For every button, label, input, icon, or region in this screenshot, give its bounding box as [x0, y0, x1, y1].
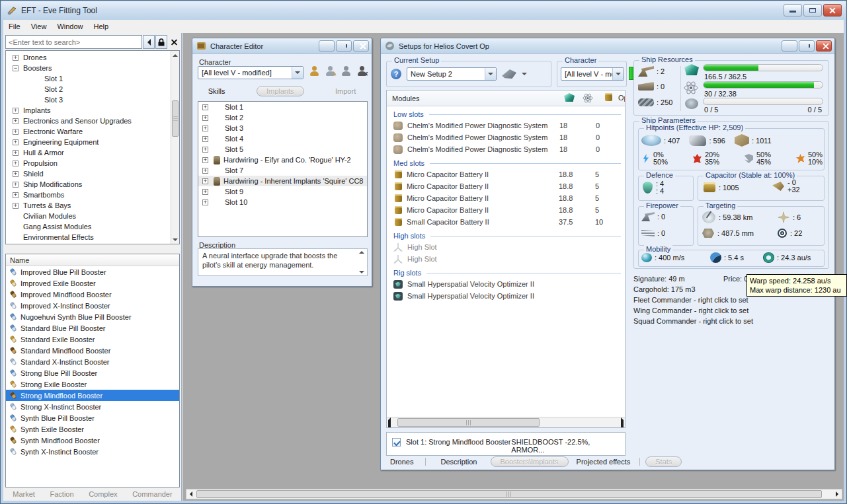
- booster-list-item[interactable]: Strong Blue Pill Booster: [6, 367, 179, 378]
- tree-expander-icon[interactable]: [13, 65, 19, 71]
- implant-slot-row[interactable]: Hardwiring - Eifyr and Co. 'Rogue' HY-2: [198, 155, 367, 165]
- tree-item[interactable]: Hull & Armor: [7, 147, 170, 158]
- scroll-up-icon[interactable]: [171, 51, 179, 59]
- booster-list-item[interactable]: Standard Mindflood Booster: [6, 345, 179, 356]
- minimize-button[interactable]: [784, 4, 802, 17]
- close-button[interactable]: [353, 40, 369, 52]
- character-editor-titlebar[interactable]: Character Editor: [192, 38, 372, 54]
- booster-list-item[interactable]: Improved Blue Pill Booster: [6, 266, 179, 277]
- scrollbar-thumb[interactable]: [196, 490, 822, 498]
- tab-faction[interactable]: Faction: [50, 490, 73, 498]
- implant-slot-row[interactable]: Hardwiring - Inherent Implants 'Squire' …: [198, 176, 367, 186]
- module-row[interactable]: Micro Capacitor Battery II 18.8 5: [387, 180, 625, 192]
- setups-titlebar[interactable]: Setups for Helios Covert Op: [381, 38, 834, 54]
- tree-item[interactable]: Slot 1: [7, 73, 170, 84]
- booster-list-item[interactable]: Strong X-Instinct Booster: [6, 401, 179, 412]
- powergrid-column-icon[interactable]: [583, 93, 593, 103]
- tree-expander-icon[interactable]: [202, 104, 208, 110]
- copy-character-icon[interactable]: [342, 66, 350, 76]
- tree-expander-icon[interactable]: [202, 115, 208, 121]
- tree-item[interactable]: Electronics and Sensor Upgrades: [7, 116, 170, 126]
- maximize-button[interactable]: [799, 40, 815, 52]
- module-row[interactable]: Small Capacitor Battery II 37.5 10: [387, 216, 625, 228]
- tree-expander-icon[interactable]: [202, 189, 208, 195]
- booster-list-item[interactable]: Synth Blue Pill Booster: [6, 412, 179, 423]
- lock-button[interactable]: [155, 35, 167, 49]
- tree-expander-icon[interactable]: [13, 171, 19, 177]
- tree-item[interactable]: Civilian Modules: [7, 211, 170, 221]
- cpu-column-icon[interactable]: [564, 93, 575, 102]
- tab-stats[interactable]: Stats: [645, 456, 682, 467]
- module-row[interactable]: Chelm's Modified Power Diagnostic System…: [387, 131, 625, 143]
- tree-expander-icon[interactable]: [13, 192, 19, 198]
- module-row[interactable]: Chelm's Modified Power Diagnostic System…: [387, 120, 625, 131]
- menu-view[interactable]: View: [26, 21, 52, 32]
- tree-item[interactable]: Shield: [7, 168, 170, 179]
- scroll-down-icon[interactable]: [359, 271, 364, 273]
- scrollbar-thumb[interactable]: [397, 418, 540, 427]
- tab-boosters-implants[interactable]: Boosters\Implants: [491, 456, 569, 467]
- booster-list-item[interactable]: Strong Mindflood Booster: [6, 390, 179, 401]
- implant-slot-row[interactable]: Slot 9: [198, 186, 367, 197]
- tab-description[interactable]: Description: [431, 458, 486, 466]
- setup-select[interactable]: New Setup 2: [407, 67, 497, 81]
- implant-slot-row[interactable]: Slot 1: [198, 102, 367, 112]
- close-button[interactable]: [823, 4, 842, 17]
- tree-expander-icon[interactable]: [13, 203, 19, 209]
- scroll-left-icon[interactable]: [388, 420, 391, 428]
- implant-slot-row[interactable]: Slot 5: [198, 144, 367, 155]
- tab-market[interactable]: Market: [13, 490, 35, 498]
- chevron-down-icon[interactable]: [522, 73, 527, 75]
- tree-expander-icon[interactable]: [202, 199, 208, 205]
- collapse-panel-button[interactable]: [143, 35, 155, 49]
- tree-item[interactable]: Slot 2: [7, 84, 170, 94]
- setup-character-select[interactable]: [All level V - modifie: [561, 67, 624, 81]
- restore-button[interactable]: [336, 40, 352, 52]
- booster-list-item[interactable]: Nugoehuvi Synth Blue Pill Booster: [6, 311, 179, 322]
- booster-list-item[interactable]: Synth X-Instinct Booster: [6, 446, 179, 457]
- booster-list-item[interactable]: Standard Exile Booster: [6, 334, 179, 345]
- rig-module-row[interactable]: Small Hyperspatial Velocity Optimizer II: [387, 278, 625, 290]
- scroll-up-icon[interactable]: [359, 251, 364, 254]
- tree-expander-icon[interactable]: [13, 129, 19, 135]
- chevron-down-icon[interactable]: [485, 68, 496, 80]
- chevron-down-icon[interactable]: [292, 67, 303, 79]
- empty-high-slot-row[interactable]: High Slot: [387, 253, 625, 265]
- clear-search-button[interactable]: [168, 35, 180, 49]
- tab-commander[interactable]: Commander: [132, 490, 173, 498]
- maximize-button[interactable]: [803, 4, 822, 17]
- modules-scrollbar[interactable]: [387, 417, 625, 427]
- tree-expander-icon[interactable]: [13, 55, 19, 61]
- tree-scrollbar[interactable]: [171, 51, 179, 244]
- edit-character-icon[interactable]: ✎: [326, 66, 335, 76]
- scroll-right-icon[interactable]: [621, 420, 624, 428]
- tab-skills[interactable]: Skills: [208, 87, 225, 95]
- tree-item[interactable]: Propulsion: [7, 158, 170, 168]
- tree-expander-icon[interactable]: [13, 161, 19, 166]
- scroll-down-icon[interactable]: [171, 235, 179, 244]
- capacitor-column-icon[interactable]: [605, 93, 612, 101]
- tree-expander-icon[interactable]: [202, 126, 208, 131]
- scrollbar-thumb[interactable]: [172, 100, 179, 137]
- tree-item[interactable]: Environmental Effects: [7, 232, 170, 242]
- tree-expander-icon[interactable]: [13, 108, 19, 114]
- tab-projected-effects[interactable]: Projected effects: [573, 458, 635, 466]
- tree-item[interactable]: Boosters: [7, 63, 170, 73]
- module-row[interactable]: Micro Capacitor Battery II 18.8 5: [387, 168, 625, 180]
- booster-list-item[interactable]: Synth Mindflood Booster: [6, 435, 179, 446]
- tree-item[interactable]: Slot 3: [7, 94, 170, 105]
- booster-list-item[interactable]: Standard Blue Pill Booster: [6, 322, 179, 334]
- menu-help[interactable]: Help: [89, 21, 114, 32]
- booster-list-item[interactable]: Improved Mindflood Booster: [6, 289, 179, 300]
- tree-item[interactable]: Electronic Warfare: [7, 126, 170, 137]
- scroll-right-icon[interactable]: [832, 489, 842, 499]
- booster-list-item[interactable]: Strong Exile Booster: [6, 378, 179, 390]
- scroll-left-icon[interactable]: [186, 489, 196, 499]
- squad-commander-text[interactable]: Squad Commander - right click to set: [633, 317, 753, 325]
- tree-item[interactable]: Favorites: [7, 242, 170, 244]
- booster-list-item[interactable]: Improved Exile Booster: [6, 277, 179, 289]
- fleet-commander-text[interactable]: Fleet Commander - right click to set: [633, 296, 748, 304]
- tree-item[interactable]: Implants: [7, 105, 170, 116]
- close-button[interactable]: [816, 40, 832, 52]
- tab-drones[interactable]: Drones: [383, 458, 420, 466]
